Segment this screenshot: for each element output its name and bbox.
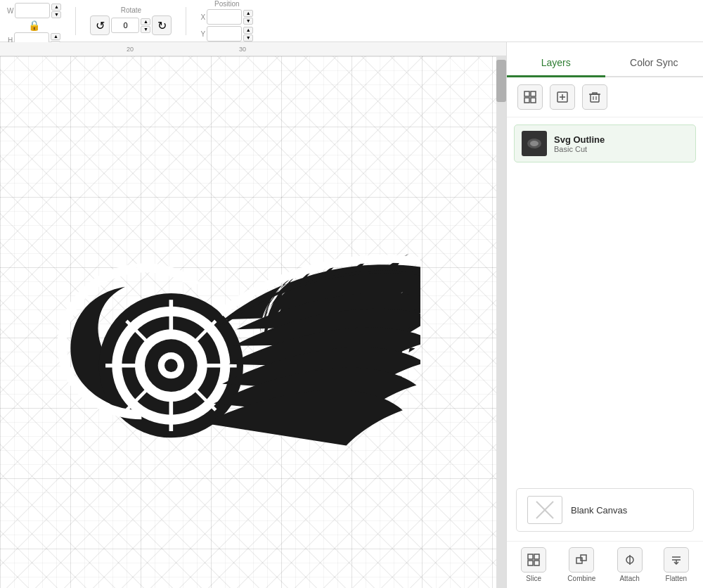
layer-item[interactable]: Svg Outline Basic Cut [514,124,696,162]
combine-icon [569,547,594,573]
canvas-thumb-x [528,497,562,523]
ruler-mark-30: 30 [239,46,246,53]
panel-tabs: Layers Color Sync [507,42,703,77]
vertical-scrollbar[interactable] [496,56,506,588]
x-down[interactable]: ▼ [243,18,253,25]
svg-rect-32 [528,561,533,565]
svg-rect-18 [531,98,536,103]
attach-icon [617,547,643,573]
rotate-up[interactable]: ▲ [141,18,150,25]
layers-list: Svg Outline Basic Cut [507,117,703,479]
y-arrows: ▲ ▼ [243,27,253,41]
y-label: Y [200,30,205,38]
width-label: W [7,7,13,15]
y-up[interactable]: ▲ [243,27,253,34]
slice-button[interactable]: Slice [521,547,546,582]
svg-rect-17 [524,98,529,103]
y-input-row: Y ▲ ▼ [200,26,253,41]
combine-label: Combine [567,575,595,582]
size-group: Size W ▲ ▼ 🔒 H ▲ ▼ [7,0,61,48]
canvas-grid[interactable] [0,56,496,588]
canvas-card-container: Blank Canvas [507,479,703,541]
width-input[interactable] [15,3,50,18]
width-down[interactable]: ▼ [51,11,61,18]
width-arrows: ▲ ▼ [51,4,61,18]
svg-rect-30 [528,554,533,559]
flatten-icon [664,547,689,573]
top-toolbar: Size W ▲ ▼ 🔒 H ▲ ▼ Rotate ↺ [0,0,703,42]
svg-rect-31 [534,554,539,559]
canvas-thumbnail [527,496,562,524]
width-up[interactable]: ▲ [51,4,61,11]
rotate-cw-button[interactable]: ↻ [152,15,172,35]
panel-bottom-buttons: Slice Combine [507,541,703,588]
attach-label: Attach [619,575,639,582]
delete-layer-button[interactable] [582,84,607,110]
layer-thumbnail [522,131,547,156]
scrollbar-thumb[interactable] [496,60,506,102]
add-layer-button[interactable] [550,84,575,110]
x-arrows: ▲ ▼ [243,10,253,25]
rotate-ccw-button[interactable]: ↺ [90,15,110,35]
rotate-arrows: ▲ ▼ [141,18,150,33]
tab-layers[interactable]: Layers [507,50,605,77]
ruler-mark-20: 20 [127,46,134,53]
flatten-label: Flatten [666,575,688,582]
slice-icon [521,547,546,573]
svg-rect-16 [531,91,536,96]
ruler-top: 20 30 [0,42,506,56]
rotate-group: Rotate ↺ ▲ ▼ ↻ [90,6,172,35]
rotate-input[interactable] [111,18,139,33]
x-input-row: X ▲ ▼ [200,9,253,25]
divider-1 [75,7,76,35]
group-button[interactable] [517,84,543,110]
layer-name: Svg Outline [554,134,688,145]
svg-point-6 [165,359,178,372]
divider-2 [186,7,186,35]
layer-info: Svg Outline Basic Cut [554,134,688,153]
main-area: 20 30 [0,42,703,588]
size-lock-row: 🔒 [25,20,43,31]
svg-rect-22 [591,94,599,102]
y-down[interactable]: ▼ [243,34,253,41]
svg-rect-33 [534,561,539,565]
rotate-label: Rotate [121,6,141,14]
x-label: X [200,13,205,21]
y-input[interactable] [207,26,242,41]
flatten-button[interactable]: Flatten [664,547,689,582]
layer-type: Basic Cut [554,145,688,153]
canvas-image [27,185,420,490]
x-up[interactable]: ▲ [243,10,253,17]
tab-color-sync[interactable]: Color Sync [605,50,704,77]
canvas-card[interactable]: Blank Canvas [516,488,694,532]
canvas-label: Blank Canvas [571,505,627,516]
panel-toolbar [507,77,703,117]
slice-label: Slice [526,575,541,582]
position-group: Position X ▲ ▼ Y ▲ ▼ [200,0,253,41]
height-up[interactable]: ▲ [51,33,60,40]
combine-button[interactable]: Combine [567,547,595,582]
svg-rect-15 [524,91,529,96]
x-input[interactable] [207,9,242,25]
size-label: Size [27,0,41,1]
canvas-area[interactable]: 20 30 [0,42,506,588]
position-label: Position [214,0,240,8]
attach-button[interactable]: Attach [617,547,643,582]
size-input-row: W ▲ ▼ [7,3,61,18]
rotate-input-row: ↺ ▲ ▼ ↻ [90,15,172,35]
svg-point-27 [530,141,538,146]
right-panel: Layers Color Sync [506,42,703,588]
lock-icon: 🔒 [28,20,40,31]
rotate-down[interactable]: ▼ [141,26,150,33]
